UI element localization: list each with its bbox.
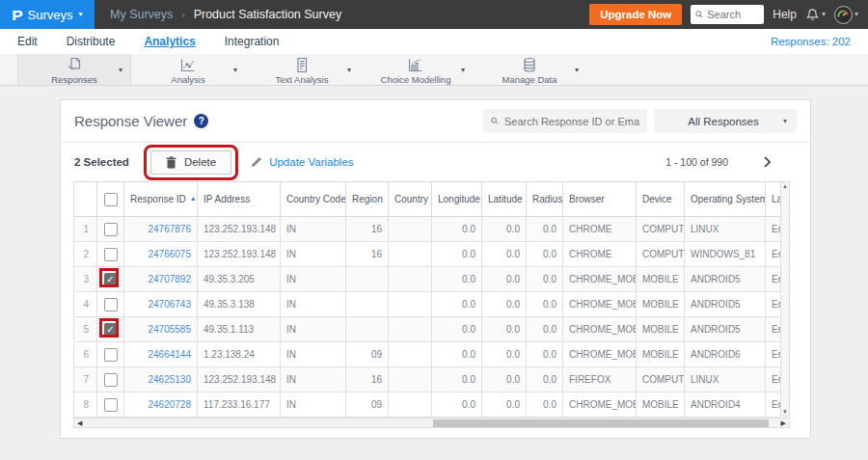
- column-header[interactable]: Device: [637, 182, 685, 217]
- row-checkbox[interactable]: [104, 348, 118, 362]
- response-search-input[interactable]: [504, 116, 639, 127]
- column-header[interactable]: Longitude: [432, 182, 482, 217]
- select-all-header[interactable]: [97, 182, 124, 217]
- column-header[interactable]: Country: [389, 182, 432, 217]
- response-search[interactable]: [483, 109, 647, 133]
- breadcrumb-my-surveys[interactable]: My Surveys: [110, 8, 173, 21]
- ip-address-cell: 123.252.193.148: [198, 242, 281, 267]
- toolbar-item-manage-data[interactable]: Manage Data ▾: [473, 54, 586, 85]
- tab-distribute[interactable]: Distribute: [67, 35, 116, 48]
- region-cell: 16: [346, 367, 389, 392]
- row-checkbox[interactable]: ✓: [104, 273, 118, 286]
- response-id-link[interactable]: 24620728: [124, 392, 198, 418]
- longitude-cell: 0.0: [432, 317, 482, 342]
- notifications-button[interactable]: ▾: [805, 8, 826, 22]
- toolbar-item-text-analysis[interactable]: Text Analysis ▾: [245, 54, 359, 85]
- row-checkbox[interactable]: [104, 248, 118, 261]
- bell-icon: [805, 8, 820, 22]
- response-id-link[interactable]: 24767876: [124, 217, 198, 242]
- column-header[interactable]: Browser: [563, 182, 637, 217]
- country-cell: [389, 217, 432, 242]
- column-header[interactable]: Latitude: [482, 182, 527, 217]
- response-id-link[interactable]: 24706743: [124, 292, 198, 317]
- radius-cell: 0.0: [527, 317, 563, 342]
- toolbar-item-choice-modelling[interactable]: Choice Modelling ▾: [359, 54, 473, 85]
- toolbar-item-analysis[interactable]: Analysis ▾: [131, 54, 245, 85]
- device-cell: MOBILE: [637, 392, 685, 418]
- column-header[interactable]: Response ID▲: [124, 182, 198, 217]
- chevron-down-icon[interactable]: ▾: [461, 66, 465, 74]
- browser-cell: CHROME_MOBILE: [563, 317, 637, 342]
- longitude-cell: 0.0: [432, 267, 482, 292]
- product-menu[interactable]: P Surveys ▾: [0, 0, 95, 29]
- responses-count[interactable]: Responses: 202: [771, 36, 851, 47]
- account-menu[interactable]: ▾: [834, 6, 858, 24]
- operating-system-cell: ANDROID6: [685, 342, 766, 367]
- next-page-button[interactable]: [763, 156, 772, 168]
- toolbar-item-responses[interactable]: Responses ▾: [17, 54, 131, 85]
- column-header[interactable]: IP Address: [198, 182, 281, 217]
- scroll-right-icon[interactable]: ▶: [781, 419, 786, 427]
- radius-cell: 0.0: [527, 217, 563, 242]
- row-number: 4: [74, 292, 97, 317]
- global-search[interactable]: [691, 5, 764, 24]
- help-link[interactable]: Help: [773, 8, 797, 21]
- chevron-down-icon[interactable]: ▾: [119, 66, 122, 74]
- column-header[interactable]: Country Code: [281, 182, 346, 217]
- tab-integration[interactable]: Integration: [225, 35, 280, 48]
- scroll-up-icon[interactable]: ▲: [782, 183, 788, 189]
- row-checkbox[interactable]: [104, 298, 118, 311]
- delete-button-label: Delete: [184, 156, 216, 168]
- table-clip: Response ID▲IP AddressCountry CodeRegion…: [73, 181, 780, 418]
- column-header[interactable]: Operating System: [685, 182, 766, 217]
- response-id-link[interactable]: 24705585: [124, 317, 198, 342]
- scroll-down-icon[interactable]: ▼: [782, 409, 788, 415]
- scroll-left-icon[interactable]: ◀: [77, 419, 82, 427]
- row-checkbox[interactable]: [104, 373, 118, 387]
- chevron-right-icon: [763, 156, 772, 168]
- response-id-link[interactable]: 24625130: [124, 367, 198, 392]
- browser-cell: CHROME_MOBILE: [563, 267, 637, 292]
- response-id-link[interactable]: 24707892: [124, 267, 198, 292]
- vertical-scrollbar[interactable]: ▲ ▼: [780, 181, 790, 417]
- tab-analytics[interactable]: Analytics: [144, 35, 195, 48]
- row-checkbox[interactable]: [104, 398, 118, 412]
- row-checkbox[interactable]: [104, 223, 118, 236]
- latitude-cell: 0.0: [482, 342, 527, 367]
- country-code-cell: IN: [281, 367, 346, 392]
- row-number: 5: [74, 317, 97, 342]
- manage-data-icon: [521, 57, 538, 73]
- column-header[interactable]: Region: [346, 182, 389, 217]
- device-cell: COMPUTER: [637, 242, 685, 267]
- region-cell: 16: [346, 242, 389, 267]
- country-cell: [389, 292, 432, 317]
- chevron-down-icon[interactable]: ▾: [347, 66, 351, 74]
- column-header[interactable]: Radius: [527, 182, 563, 217]
- global-search-input[interactable]: [707, 9, 759, 20]
- upgrade-now-button[interactable]: Upgrade Now: [589, 4, 682, 25]
- chevron-down-icon[interactable]: ▾: [575, 66, 579, 74]
- breadcrumb: My Surveys › Product Satisfaction Survey: [110, 8, 341, 21]
- radius-cell: 0.0: [527, 242, 563, 267]
- region-cell: [346, 317, 389, 342]
- update-variables-label: Update Variables: [269, 156, 353, 168]
- row-checkbox[interactable]: ✓: [104, 323, 118, 337]
- horizontal-scrollbar[interactable]: ◀ ▶: [73, 418, 790, 428]
- responses-filter-dropdown[interactable]: All Responses ▾: [654, 109, 797, 133]
- help-badge-icon[interactable]: ?: [194, 114, 208, 128]
- select-all-checkbox[interactable]: [104, 193, 118, 206]
- column-header[interactable]: Language: [766, 182, 781, 217]
- response-id-link[interactable]: 24664144: [124, 342, 198, 367]
- ip-address-cell: 49.35.1.113: [198, 317, 281, 342]
- chevron-down-icon[interactable]: ▾: [233, 66, 237, 74]
- tab-edit[interactable]: Edit: [17, 35, 38, 48]
- panel-header: Response Viewer ? All Responses ▾: [61, 100, 810, 143]
- toolbar-item-label: Responses: [51, 74, 97, 85]
- product-name: Surveys: [28, 8, 73, 22]
- horizontal-scroll-thumb[interactable]: [433, 419, 769, 427]
- delete-button[interactable]: Delete: [150, 150, 231, 175]
- response-id-link[interactable]: 24766075: [124, 242, 198, 267]
- operating-system-cell: WINDOWS_81: [685, 242, 766, 267]
- avatar: [834, 6, 853, 24]
- update-variables-button[interactable]: Update Variables: [251, 156, 353, 168]
